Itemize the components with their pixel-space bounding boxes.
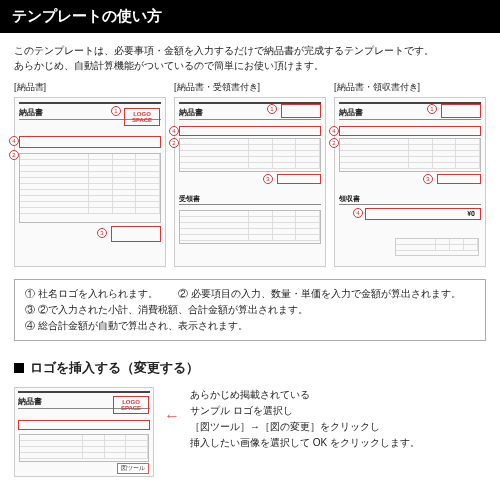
lower-row: 納品書 LOGO SPACE 図ツール ← あらかじめ掲載されている サンプル … bbox=[0, 381, 500, 483]
marker-2c: 2 bbox=[329, 138, 339, 148]
thumb-label-3: [納品書・領収書付き] bbox=[334, 81, 486, 94]
marker-4b: 4 bbox=[169, 126, 179, 136]
marker-4a: 4 bbox=[9, 136, 19, 146]
arrow-left-icon: ← bbox=[164, 407, 180, 425]
logo-placeholder: LOGO SPACE bbox=[124, 108, 160, 126]
thumb-label-1: [納品書] bbox=[14, 81, 166, 94]
lower-line2: サンプル ロゴを選択し bbox=[190, 403, 486, 419]
marker-2a: 2 bbox=[9, 150, 19, 160]
note-2: ② 必要項目の入力、数量・単価を入力で金額が算出されます。 bbox=[178, 286, 461, 302]
lower-thumb: 納品書 LOGO SPACE 図ツール bbox=[14, 387, 154, 477]
page-header: テンプレートの使い方 bbox=[0, 0, 500, 33]
marker-2b: 2 bbox=[169, 138, 179, 148]
note-1: ① 社名ロゴを入れられます。 bbox=[25, 286, 158, 302]
thumb-col-3: [納品書・領収書付き] 納品書 1 4 2 3 領収書 ¥0 4 bbox=[334, 81, 486, 267]
square-bullet-icon bbox=[14, 363, 24, 373]
lower-text: あらかじめ掲載されている サンプル ロゴを選択し ［図ツール］→［図の変更］をク… bbox=[190, 387, 486, 451]
desc-line1: このテンプレートは、必要事項・金額を入力するだけで納品書が完成するテンプレートで… bbox=[14, 43, 486, 58]
marker-3a: 3 bbox=[97, 228, 107, 238]
marker-3c: 3 bbox=[423, 174, 433, 184]
lower-logo: LOGO SPACE bbox=[113, 396, 149, 414]
thumb-2: 納品書 1 4 2 3 受領書 bbox=[174, 97, 326, 267]
thumbnail-row: [納品書] 納品書 LOGO SPACE 1 4 2 3 bbox=[0, 79, 500, 275]
desc-line2: あらかじめ、自動計算機能がついているので簡単にお使い頂けます。 bbox=[14, 58, 486, 73]
thumb-label-2: [納品書・受領書付き] bbox=[174, 81, 326, 94]
yen-value: ¥0 bbox=[467, 210, 475, 217]
thumb-3: 納品書 1 4 2 3 領収書 ¥0 4 bbox=[334, 97, 486, 267]
description: このテンプレートは、必要事項・金額を入力するだけで納品書が完成するテンプレートで… bbox=[0, 33, 500, 79]
lower-line3: ［図ツール］→［図の変更］をクリックし bbox=[190, 419, 486, 435]
marker-1b: 1 bbox=[267, 104, 277, 114]
thumb2-sub: 受領書 bbox=[179, 194, 321, 205]
note-3: ③ ②で入力された小計、消費税額、合計金額が算出されます。 bbox=[25, 302, 475, 318]
note-4: ④ 総合計金額が自動で算出され、表示されます。 bbox=[25, 318, 475, 334]
marker-1c: 1 bbox=[427, 104, 437, 114]
notes-box: ① 社名ロゴを入れられます。 ② 必要項目の入力、数量・単価を入力で金額が算出さ… bbox=[14, 279, 486, 341]
marker-4d: 4 bbox=[353, 208, 363, 218]
section-logo-insert: ロゴを挿入する（変更する） bbox=[0, 345, 500, 381]
thumb-col-1: [納品書] 納品書 LOGO SPACE 1 4 2 3 bbox=[14, 81, 166, 267]
section2-title: ロゴを挿入する（変更する） bbox=[30, 359, 199, 377]
thumb3-sub: 領収書 bbox=[339, 194, 481, 205]
tool-button: 図ツール bbox=[117, 463, 149, 474]
marker-1: 1 bbox=[111, 106, 121, 116]
thumb-col-2: [納品書・受領書付き] 納品書 1 4 2 3 受領書 bbox=[174, 81, 326, 267]
header-title: テンプレートの使い方 bbox=[12, 7, 162, 24]
marker-3b: 3 bbox=[263, 174, 273, 184]
marker-4c: 4 bbox=[329, 126, 339, 136]
thumb-1: 納品書 LOGO SPACE 1 4 2 3 bbox=[14, 97, 166, 267]
lower-line1: あらかじめ掲載されている bbox=[190, 387, 486, 403]
lower-line4: 挿入したい画像を選択して OK をクリックします。 bbox=[190, 435, 486, 451]
